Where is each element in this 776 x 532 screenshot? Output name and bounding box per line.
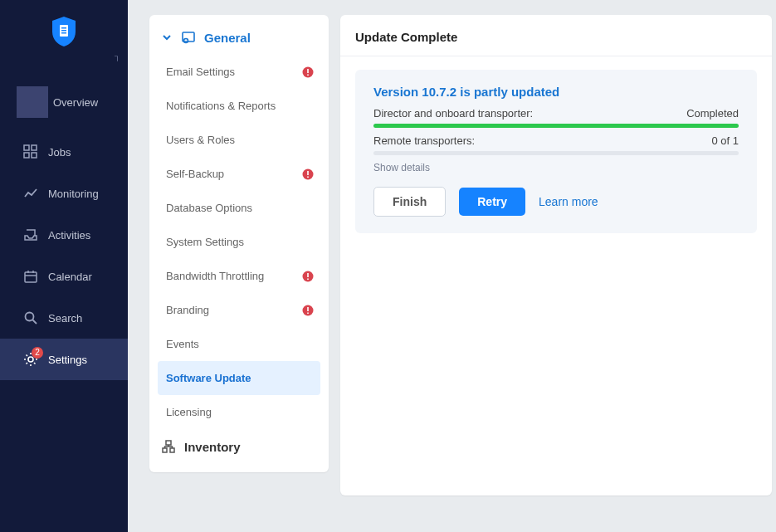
svg-rect-30 [163,448,167,452]
update-row-label: Director and onboard transporter: [373,107,533,120]
svg-rect-24 [307,273,309,277]
nav-item-jobs[interactable]: Jobs [0,131,128,173]
show-details-link[interactable]: Show details [373,162,739,173]
calendar-icon [23,269,38,284]
sub-item-notifications-reports[interactable]: Notifications & Reports [158,89,320,123]
sub-item-system-settings[interactable]: System Settings [158,225,320,259]
svg-rect-28 [307,312,309,314]
sub-item-users-roles[interactable]: Users & Roles [158,123,320,157]
nav-label: Settings [48,354,87,366]
alert-icon [302,168,314,180]
sub-item-label: System Settings [166,236,244,248]
svg-rect-4 [24,145,29,150]
retry-button[interactable]: Retry [459,188,525,216]
nav-label: Activities [48,229,90,242]
nav-label: Monitoring [48,188,99,200]
update-actions: Finish Retry Learn more [373,187,739,217]
section-general-header[interactable]: General [149,20,329,55]
nav-item-monitoring[interactable]: Monitoring [0,173,128,214]
update-row-label: Remote transporters: [373,134,475,147]
nav-label: Overview [53,96,98,109]
sub-item-label: Bandwidth Throttling [166,270,264,282]
nav-label: Search [48,312,82,325]
alert-icon [302,66,314,78]
nav-sidebar: ┐ Overview Jobs Monitoring Activities [0,0,128,532]
svg-rect-1 [61,27,66,29]
overview-icon [17,86,48,118]
update-row-director: Director and onboard transporter: Comple… [373,107,739,120]
svg-rect-19 [307,74,309,76]
update-card: Version 10.7.2 is partly updated Directo… [355,70,757,233]
grid-icon [23,144,38,159]
section-label: Inventory [184,440,241,454]
svg-line-13 [33,320,37,325]
svg-rect-2 [61,30,66,32]
search-icon [23,310,38,325]
svg-rect-5 [32,145,37,150]
shield-icon [49,15,79,48]
nav-item-search[interactable]: Search [0,297,128,339]
svg-rect-22 [307,176,309,178]
svg-rect-25 [307,278,309,280]
learn-more-link[interactable]: Learn more [539,195,598,208]
chart-icon [23,186,38,201]
nav-item-overview[interactable]: Overview [0,73,128,131]
finish-button[interactable]: Finish [373,187,446,217]
nav-item-settings[interactable]: 2 Settings [0,339,128,380]
inventory-icon [161,439,176,454]
sub-item-label: Database Options [166,202,252,214]
nav-label: Jobs [48,146,71,159]
tray-icon [23,227,38,242]
main-panel: Update Complete Version 10.7.2 is partly… [340,15,772,495]
sub-item-label: Users & Roles [166,134,235,146]
svg-rect-3 [61,32,66,34]
sub-item-email-settings[interactable]: Email Settings [158,55,320,89]
sub-item-database-options[interactable]: Database Options [158,191,320,225]
sub-item-label: Events [166,338,199,350]
page-title: Update Complete [340,15,772,56]
chevron-down-icon [161,32,173,43]
sub-item-label: Email Settings [166,66,235,78]
general-icon [181,30,196,45]
svg-rect-27 [307,307,309,311]
nav-item-activities[interactable]: Activities [0,214,128,256]
svg-rect-18 [307,69,309,73]
svg-rect-21 [307,171,309,175]
nav-item-calendar[interactable]: Calendar [0,256,128,297]
sub-item-bandwidth-throttling[interactable]: Bandwidth Throttling [158,259,320,293]
sub-item-label: Self-Backup [166,168,224,180]
svg-rect-31 [170,448,174,452]
sub-item-label: Notifications & Reports [166,100,276,112]
sub-item-label: Licensing [166,406,212,418]
sub-item-label: Software Update [166,372,251,384]
update-row-value: 0 of 1 [711,134,739,147]
settings-badge: 2 [32,347,43,359]
update-row-value: Completed [686,107,739,120]
section-inventory-header[interactable]: Inventory [149,429,329,464]
logo [0,0,128,73]
section-label: General [204,31,251,45]
general-items: Email Settings Notifications & Reports U… [149,55,329,429]
svg-point-14 [28,357,33,362]
collapse-handle[interactable]: ┐ [115,51,120,61]
sub-item-events[interactable]: Events [158,327,320,361]
sub-item-licensing[interactable]: Licensing [158,395,320,429]
nav-label: Calendar [48,271,92,283]
update-row-remote: Remote transporters: 0 of 1 [373,134,739,147]
sub-item-label: Branding [166,304,209,316]
svg-rect-8 [25,272,37,282]
svg-rect-7 [32,153,37,158]
alert-icon [302,305,314,316]
progress-bar-director [373,124,739,128]
sub-item-software-update[interactable]: Software Update [158,361,320,395]
progress-bar-remote [373,151,739,155]
svg-point-16 [184,39,188,43]
alert-icon [302,271,314,282]
settings-sub-panel: General Email Settings Notifications & R… [149,15,329,472]
svg-point-12 [26,313,34,321]
sub-item-branding[interactable]: Branding [158,293,320,327]
update-heading: Version 10.7.2 is partly updated [373,85,739,99]
svg-rect-29 [166,441,171,445]
sub-item-self-backup[interactable]: Self-Backup [158,157,320,191]
svg-rect-6 [24,153,29,158]
